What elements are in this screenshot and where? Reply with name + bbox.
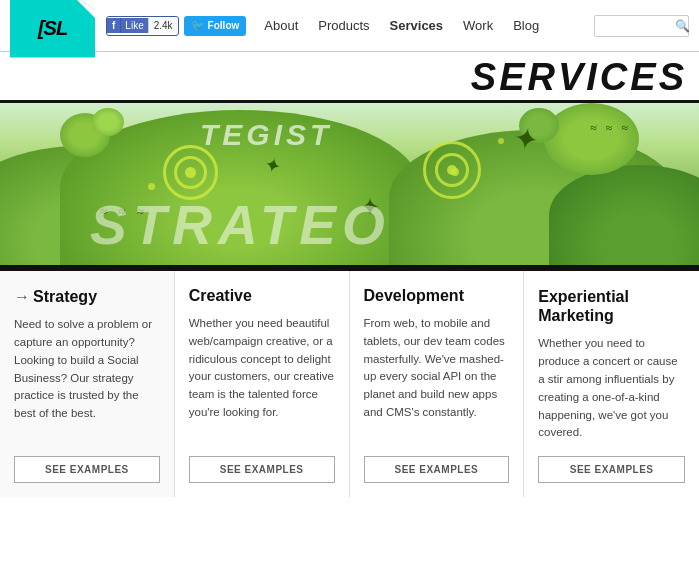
hero-text-tegist: TEGIST	[200, 118, 332, 152]
facebook-like-button[interactable]: f Like 2.4k	[106, 16, 179, 36]
dots-2	[498, 138, 504, 144]
dots-3	[148, 183, 155, 190]
blob-2	[92, 108, 124, 136]
dots-1	[451, 168, 459, 176]
target-circle-left-inner	[185, 167, 196, 178]
service-desc-experiential: Whether you need to produce a concert or…	[538, 335, 685, 442]
logo[interactable]: [SL	[10, 0, 98, 60]
service-title-development: Development	[364, 287, 510, 305]
search-box: 🔍	[594, 15, 689, 37]
fb-icon: f	[107, 18, 121, 33]
twitter-follow-label: Follow	[208, 20, 240, 31]
fb-count: 2.4k	[148, 18, 178, 33]
nav-services[interactable]: Services	[390, 18, 444, 33]
see-examples-development[interactable]: SEE EXAMPLES	[364, 456, 510, 483]
page-title: SERVICES	[471, 56, 687, 98]
search-icon[interactable]: 🔍	[675, 19, 690, 33]
logo-text: [SL	[38, 17, 67, 40]
service-title-creative: Creative	[189, 287, 335, 305]
wavy-lines-2: ≈ ≈ ≈	[590, 121, 631, 136]
service-title-strategy: →Strategy	[14, 287, 160, 306]
twitter-follow-button[interactable]: 🐦 Follow	[184, 16, 247, 36]
service-desc-creative: Whether you need beautiful web/campaign …	[189, 315, 335, 442]
nav-about[interactable]: About	[264, 18, 298, 33]
service-desc-strategy: Need to solve a problem or capture an op…	[14, 316, 160, 442]
nav-work[interactable]: Work	[463, 18, 493, 33]
hero-section: ✦ ✦ ✦ ≈ ≈ ≈ ≈ ≈ ≈ TEGIST STRATEO	[0, 103, 699, 268]
see-examples-creative[interactable]: SEE EXAMPLES	[189, 456, 335, 483]
service-card-creative: Creative Whether you need beautiful web/…	[175, 271, 350, 497]
services-grid: →Strategy Need to solve a problem or cap…	[0, 268, 699, 497]
service-card-development: Development From web, to mobile and tabl…	[350, 271, 525, 497]
nav-blog[interactable]: Blog	[513, 18, 539, 33]
see-examples-experiential[interactable]: SEE EXAMPLES	[538, 456, 685, 483]
search-input[interactable]	[600, 20, 675, 32]
see-examples-strategy[interactable]: SEE EXAMPLES	[14, 456, 160, 483]
service-desc-development: From web, to mobile and tablets, our dev…	[364, 315, 510, 442]
nav-products[interactable]: Products	[318, 18, 369, 33]
main-nav: About Products Services Work Blog	[264, 18, 594, 33]
page-title-bar: SERVICES	[0, 52, 699, 103]
hero-text-strateo: STRATEO	[90, 193, 391, 257]
fb-like-label: Like	[121, 18, 147, 33]
arrow-icon: →	[14, 288, 30, 305]
service-card-experiential: Experiential Marketing Whether you need …	[524, 271, 699, 497]
twitter-bird-icon: 🐦	[191, 19, 205, 32]
social-buttons: f Like 2.4k 🐦 Follow	[106, 16, 246, 36]
blob-top-right	[544, 103, 639, 175]
service-card-strategy: →Strategy Need to solve a problem or cap…	[0, 271, 175, 497]
service-title-experiential: Experiential Marketing	[538, 287, 685, 325]
